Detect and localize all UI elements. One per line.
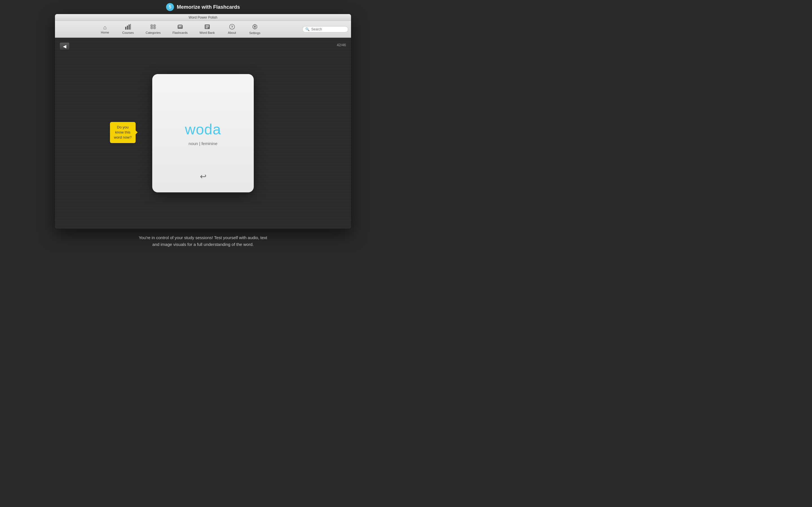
svg-rect-1 xyxy=(127,25,128,30)
nav-label-about: About xyxy=(228,31,236,34)
flashcard[interactable]: woda noun | feminine ↩ xyxy=(152,74,254,192)
title-bar: 5 Memorize with Flashcards xyxy=(0,0,406,14)
svg-rect-2 xyxy=(129,24,130,30)
svg-rect-9 xyxy=(178,24,182,28)
back-button[interactable]: ◀ xyxy=(59,42,70,50)
svg-rect-14 xyxy=(206,26,209,27)
svg-point-7 xyxy=(153,26,156,29)
window-title: Word Power Polish xyxy=(189,15,217,19)
card-counter: 42/46 xyxy=(337,43,346,47)
nav-label-wordbank: Word Bank xyxy=(200,31,215,34)
svg-point-18 xyxy=(254,26,256,27)
nav-item-about[interactable]: ? About xyxy=(222,23,242,36)
nav-item-settings[interactable]: Settings xyxy=(245,22,265,36)
nav-item-home[interactable]: ⌂ Home xyxy=(95,23,115,35)
about-icon: ? xyxy=(229,24,235,31)
app-badge: 5 xyxy=(166,3,174,11)
svg-rect-0 xyxy=(125,27,126,30)
svg-text:?: ? xyxy=(231,25,233,29)
categories-icon xyxy=(150,24,156,31)
app-title: Memorize with Flashcards xyxy=(177,4,240,10)
svg-rect-3 xyxy=(130,24,131,30)
nav-label-settings: Settings xyxy=(249,31,260,35)
search-input[interactable] xyxy=(311,27,345,31)
nav-label-home: Home xyxy=(101,31,109,34)
nav-label-courses: Courses xyxy=(122,31,134,34)
wordbank-icon xyxy=(204,24,210,31)
settings-icon xyxy=(252,24,258,31)
tooltip-bubble: Do youknow thisword now? xyxy=(110,122,136,143)
footer-text: You're in control of your study sessions… xyxy=(139,235,267,247)
toolbar: Word Power Polish ⌂ Home xyxy=(55,14,351,38)
search-box[interactable]: 🔍 xyxy=(302,26,348,33)
window-title-bar: Word Power Polish xyxy=(55,14,351,21)
nav-label-flashcards: Flashcards xyxy=(172,31,188,34)
flashcards-icon xyxy=(177,24,183,31)
nav-items: ⌂ Home Courses xyxy=(58,22,302,36)
main-window: Word Power Polish ⌂ Home xyxy=(55,14,351,229)
tooltip-text: Do youknow thisword now? xyxy=(114,125,132,139)
flashcard-type: noun | feminine xyxy=(189,141,217,146)
nav-item-categories[interactable]: Categories xyxy=(141,23,165,36)
nav-label-categories: Categories xyxy=(146,31,161,34)
svg-rect-15 xyxy=(206,27,208,28)
flashcard-word: woda xyxy=(185,121,221,138)
courses-icon xyxy=(125,24,131,31)
footer-description: You're in control of your study sessions… xyxy=(0,229,406,253)
content-area: ◀ 42/46 Do youknow thisword now? woda no… xyxy=(55,38,351,229)
flip-button[interactable]: ↩ xyxy=(200,172,206,181)
home-icon: ⌂ xyxy=(103,24,107,30)
nav-bar: ⌂ Home Courses xyxy=(55,21,351,38)
nav-item-courses[interactable]: Courses xyxy=(118,23,139,36)
svg-rect-13 xyxy=(206,25,209,26)
back-arrow-icon: ◀ xyxy=(63,44,66,49)
svg-point-6 xyxy=(150,26,153,29)
nav-item-flashcards[interactable]: Flashcards xyxy=(168,23,192,36)
search-icon: 🔍 xyxy=(305,27,310,31)
nav-item-wordbank[interactable]: Word Bank xyxy=(195,23,219,36)
